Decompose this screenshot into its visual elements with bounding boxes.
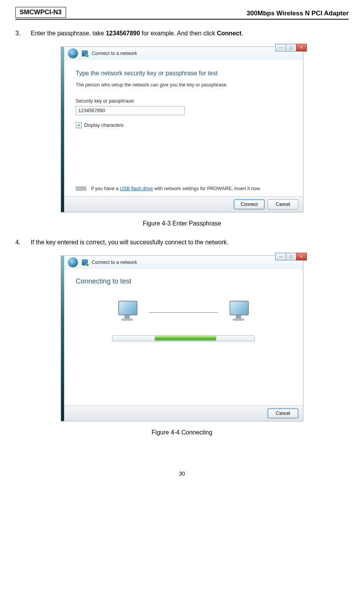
connection-graphic [76,301,291,324]
dialog-button-bar: Connect Cancel [64,196,303,212]
computer-icon [226,301,253,324]
minimize-button[interactable]: — [275,253,286,260]
step-number: 4. [15,238,23,247]
display-characters-row[interactable]: ✓ Display characters [76,122,291,128]
model-code: SMCWPCI-N3 [15,7,66,18]
dialog-button-bar: Cancel [64,405,303,421]
connect-button[interactable]: Connect [234,199,265,209]
progress-bar [112,335,255,341]
page-number: 30 [15,471,349,477]
dialog-titlebar: ← Connect to a network [61,256,303,269]
checkbox-label: Display characters [84,123,124,128]
usb-drive-icon [76,186,86,191]
step-3: 3. Enter the passphrase, take 1234567890… [15,29,349,38]
usb-hint-row: If you have a USB flash drive with netwo… [76,186,261,191]
window-controls: — ▢ ✕ [276,44,307,51]
dialog-heading: Type the network security key or passphr… [76,70,291,77]
close-button[interactable]: ✕ [296,253,307,260]
step-text: Enter the passphrase, take 1234567890 fo… [31,29,243,38]
dialog-body: Type the network security key or passphr… [64,60,303,197]
window-frame-left [61,47,64,212]
dialog-title: Connect to a network [92,51,137,56]
step-number: 3. [15,29,23,38]
maximize-button[interactable]: ▢ [286,44,296,51]
figure-caption-4-4: Figure 4-4 Connecting [15,429,349,436]
screenshot-enter-passphrase: — ▢ ✕ ← Connect to a network Type the ne… [61,46,303,212]
dialog-subtext: The person who setup the network can giv… [76,82,291,88]
close-button[interactable]: ✕ [296,44,307,51]
step-4: 4. If the key entered is correct, you wi… [15,238,349,247]
passphrase-label: Security key or passphrase: [76,98,291,104]
maximize-button[interactable]: ▢ [286,253,296,260]
window-controls: — ▢ ✕ [276,253,307,260]
checkbox-icon[interactable]: ✓ [76,122,82,128]
dialog-title: Connect to a network [92,260,137,265]
network-icon [82,259,88,265]
cancel-button[interactable]: Cancel [268,408,298,418]
back-icon[interactable]: ← [68,48,78,58]
step-text: If the key entered is correct, you will … [31,238,228,247]
usb-flash-drive-link[interactable]: USB flash drive [120,186,153,191]
dialog-titlebar: ← Connect to a network [61,47,303,60]
passphrase-input[interactable]: 1234567890 [76,106,185,115]
back-icon[interactable]: ← [68,257,78,267]
minimize-button[interactable]: — [275,44,286,51]
screenshot-connecting: — ▢ ✕ ← Connect to a network Connecting … [61,255,303,421]
computer-icon [114,301,141,324]
dialog-body: Connecting to test [64,269,303,406]
connecting-heading: Connecting to test [76,277,291,285]
connection-line [149,312,218,313]
product-name: 300Mbps Wireless N PCI Adapter [247,10,349,17]
window-frame-left [61,256,64,421]
figure-caption-4-3: Figure 4-3 Enter Passphrase [15,220,349,227]
network-icon [82,50,88,56]
progress-fill [155,336,216,341]
running-header: SMCWPCI-N3 300Mbps Wireless N PCI Adapte… [15,7,349,20]
cancel-button[interactable]: Cancel [268,199,298,209]
